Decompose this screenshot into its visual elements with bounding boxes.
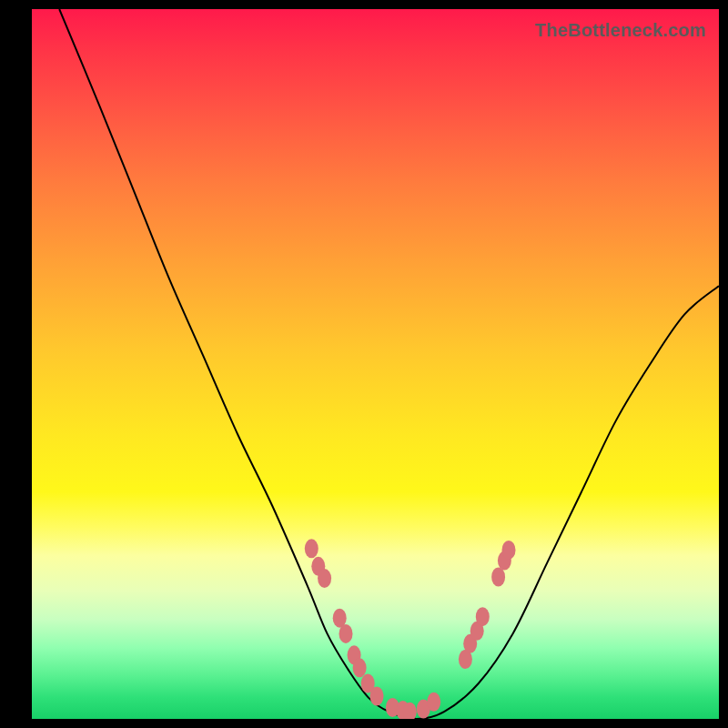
curve-marker (318, 569, 331, 588)
marker-layer (305, 539, 516, 719)
curve-marker (339, 624, 353, 643)
chart-frame: TheBottleneck.com (0, 0, 728, 728)
bottleneck-curve (59, 9, 719, 719)
plot-area: TheBottleneck.com (32, 9, 719, 719)
curve-marker (476, 607, 490, 626)
curve-marker (427, 693, 440, 712)
curve-svg (32, 9, 719, 719)
curve-marker (353, 658, 367, 677)
curve-marker (502, 541, 516, 560)
curve-marker (491, 568, 505, 587)
curve-marker (370, 687, 384, 706)
curve-marker (305, 539, 318, 558)
